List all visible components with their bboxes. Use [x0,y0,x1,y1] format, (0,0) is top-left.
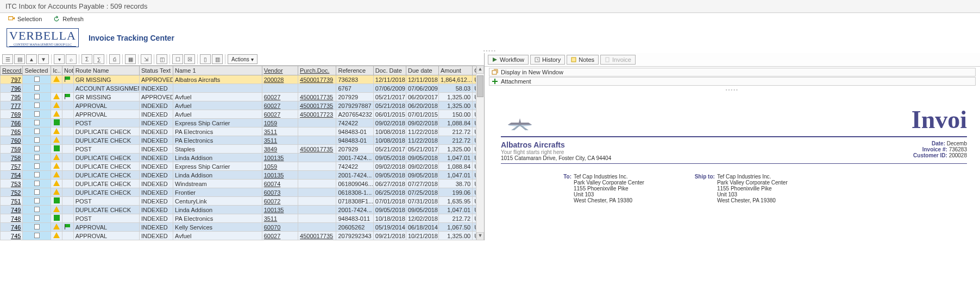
scroll-down-icon[interactable]: ▼ [476,232,484,240]
table-row[interactable]: 745APPROVALINDEXEDAvfuel6002745000177352… [1,232,484,240]
cell-vendor[interactable]: 1059 [262,119,298,127]
cell-purchdoc[interactable] [298,180,336,188]
cell-selected[interactable] [23,171,51,180]
cell-vendor[interactable]: 60027 [262,232,298,240]
cell-record[interactable]: 769 [1,110,23,119]
table-row[interactable]: 766POSTINDEXEDExpress Ship Carrier105974… [1,119,484,127]
table-row[interactable]: 797GR MISSINGAPPROVEDAlbatros Aircrafts2… [1,75,484,84]
table-row[interactable]: 769APPROVALINDEXEDAvfuel600274500017723A… [1,110,484,119]
chart-icon[interactable]: ◫ [156,54,167,64]
checkbox-icon[interactable] [34,215,40,221]
cell-record[interactable]: 760 [1,136,23,145]
table-row[interactable]: 752DUPLICATE CHECKINDEXEDFrontier6007306… [1,188,484,197]
col-record[interactable]: Record ... [1,66,23,75]
cell-record[interactable]: 754 [1,171,23,180]
cell-vendor[interactable]: 3511 [262,214,298,223]
cell-purchdoc[interactable] [298,136,336,145]
checkbox-icon[interactable] [34,189,40,195]
cell-selected[interactable] [23,110,51,119]
checkbox-icon[interactable] [34,137,40,143]
checkbox-icon[interactable] [34,172,40,177]
cell-record[interactable]: 753 [1,180,23,188]
table-row[interactable]: 795GR MISSINGAPPROVEDAvfuel6002745000177… [1,93,484,101]
cell-purchdoc[interactable]: 4500017735 [298,93,336,101]
cell-selected[interactable] [23,214,51,223]
cell-selected[interactable] [23,206,51,214]
col-icon[interactable]: Ic.. [51,66,62,75]
cell-purchdoc[interactable]: 4500017735 [298,145,336,154]
table-row[interactable]: 796ACCOUNT ASSIGNMENTINDEXED676707/06/20… [1,84,484,93]
table-row[interactable]: 746APPROVALINDEXEDKelly Services60070206… [1,223,484,232]
select-all-icon[interactable]: ☐ [172,54,183,64]
cell-record[interactable]: 766 [1,119,23,127]
cell-vendor[interactable] [262,84,298,93]
cell-selected[interactable] [23,136,51,145]
cell-selected[interactable] [23,188,51,197]
cell-record[interactable]: 752 [1,188,23,197]
cell-purchdoc[interactable]: 4500017739 [298,75,336,84]
cell-vendor[interactable]: 60070 [262,223,298,232]
table-row[interactable]: 753DUPLICATE CHECKINDEXEDWindstream60074… [1,180,484,188]
table-row[interactable]: 759POSTINDEXEDStaples3849450001773520792… [1,145,484,154]
cell-selected[interactable] [23,180,51,188]
cell-vendor[interactable]: 60074 [262,180,298,188]
cell-selected[interactable] [23,154,51,162]
cell-vendor[interactable]: 100135 [262,154,298,162]
col-status[interactable]: Status Text [139,66,173,75]
cell-vendor[interactable]: 60027 [262,93,298,101]
cell-record[interactable]: 765 [1,127,23,136]
checkbox-icon[interactable] [34,94,40,99]
sort-asc-icon[interactable]: ▲ [26,54,37,64]
table-row[interactable]: 777APPROVALINDEXEDAvfuel6002745000177352… [1,101,484,110]
cell-vendor[interactable]: 1059 [262,162,298,171]
sum-icon[interactable]: Σ [81,54,92,64]
refresh-button[interactable]: Refresh [53,15,84,23]
cell-record[interactable]: 759 [1,145,23,154]
table-row[interactable]: 748POSTINDEXEDPA Electronics3511948483-0… [1,214,484,223]
cell-purchdoc[interactable] [298,127,336,136]
cell-vendor[interactable]: 200028 [262,75,298,84]
col-docdate[interactable]: Doc. Date [373,66,406,75]
grid-scrollbar[interactable]: ▲ ▼ [476,66,484,240]
cell-selected[interactable] [23,162,51,171]
cell-purchdoc[interactable] [298,197,336,206]
checkbox-icon[interactable] [34,120,40,125]
cell-selected[interactable] [23,75,51,84]
checkbox-icon[interactable] [34,129,40,134]
checkbox-icon[interactable] [34,224,40,229]
cell-purchdoc[interactable] [298,223,336,232]
table-row[interactable]: 757DUPLICATE CHECKINDEXEDExpress Ship Ca… [1,162,484,171]
attachment-link[interactable]: Attachment [489,77,976,86]
col-name[interactable]: Name 1 [173,66,262,75]
col-purch[interactable]: Purch.Doc. [298,66,336,75]
find-icon[interactable]: ⌕ [66,54,77,64]
cell-purchdoc[interactable] [298,206,336,214]
cell-selected[interactable] [23,223,51,232]
cell-selected[interactable] [23,197,51,206]
cell-purchdoc[interactable] [298,119,336,127]
tab-notes[interactable]: Notes [567,55,599,65]
details-icon[interactable]: ☰ [2,54,13,64]
cell-record[interactable]: 745 [1,232,23,240]
layout-icon[interactable]: ▦ [125,54,136,64]
cell-purchdoc[interactable] [298,84,336,93]
checkbox-icon[interactable] [34,85,40,91]
cell-record[interactable]: 751 [1,197,23,206]
cell-record[interactable]: 749 [1,206,23,214]
filter-icon[interactable]: ▾ [54,54,65,64]
cell-record[interactable]: 796 [1,84,23,93]
table-row[interactable]: 751POSTINDEXEDCenturyLink600720718308F1.… [1,197,484,206]
tab-history[interactable]: History [530,55,565,65]
cell-selected[interactable] [23,93,51,101]
grid-icon[interactable]: ▥ [212,54,223,64]
checkbox-icon[interactable] [34,103,40,108]
cell-vendor[interactable]: 60027 [262,110,298,119]
split-grip-h-right[interactable]: ▪▪▪▪▪ [485,87,980,92]
cell-vendor[interactable]: 60073 [262,188,298,197]
cell-selected[interactable] [23,84,51,93]
checkbox-icon[interactable] [34,155,40,160]
cell-purchdoc[interactable] [298,154,336,162]
cell-purchdoc[interactable]: 4500017723 [298,110,336,119]
cell-purchdoc[interactable] [298,162,336,171]
cell-purchdoc[interactable] [298,214,336,223]
